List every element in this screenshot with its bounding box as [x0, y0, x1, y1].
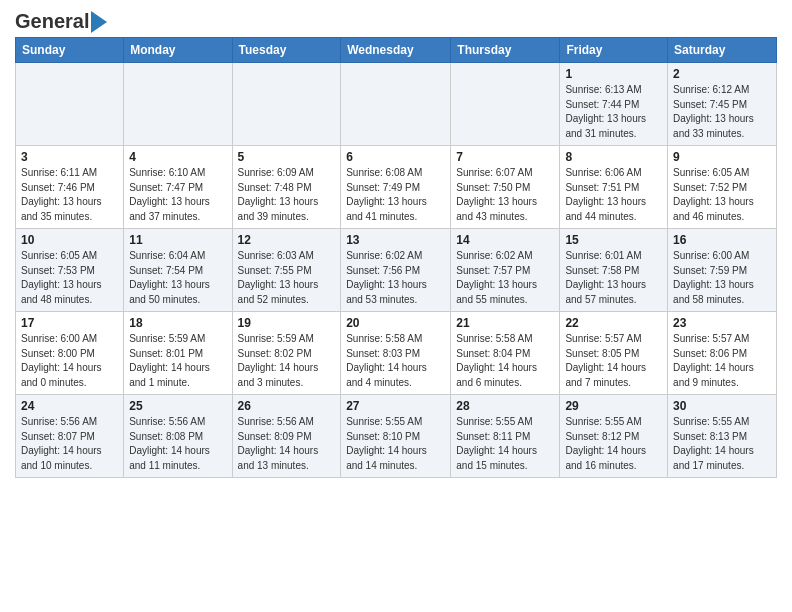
day-info: Sunrise: 6:00 AM Sunset: 8:00 PM Dayligh… [21, 332, 118, 390]
day-cell [124, 63, 232, 146]
day-cell: 3Sunrise: 6:11 AM Sunset: 7:46 PM Daylig… [16, 146, 124, 229]
day-info: Sunrise: 6:09 AM Sunset: 7:48 PM Dayligh… [238, 166, 336, 224]
day-number: 6 [346, 150, 445, 164]
day-info: Sunrise: 6:07 AM Sunset: 7:50 PM Dayligh… [456, 166, 554, 224]
day-number: 10 [21, 233, 118, 247]
day-number: 25 [129, 399, 226, 413]
day-info: Sunrise: 6:01 AM Sunset: 7:58 PM Dayligh… [565, 249, 662, 307]
logo-arrow-icon [91, 11, 107, 33]
day-cell: 19Sunrise: 5:59 AM Sunset: 8:02 PM Dayli… [232, 312, 341, 395]
day-cell: 14Sunrise: 6:02 AM Sunset: 7:57 PM Dayli… [451, 229, 560, 312]
day-info: Sunrise: 6:05 AM Sunset: 7:53 PM Dayligh… [21, 249, 118, 307]
week-row-5: 24Sunrise: 5:56 AM Sunset: 8:07 PM Dayli… [16, 395, 777, 478]
day-info: Sunrise: 5:55 AM Sunset: 8:12 PM Dayligh… [565, 415, 662, 473]
day-number: 30 [673, 399, 771, 413]
day-cell: 7Sunrise: 6:07 AM Sunset: 7:50 PM Daylig… [451, 146, 560, 229]
day-cell: 21Sunrise: 5:58 AM Sunset: 8:04 PM Dayli… [451, 312, 560, 395]
day-number: 11 [129, 233, 226, 247]
day-info: Sunrise: 6:12 AM Sunset: 7:45 PM Dayligh… [673, 83, 771, 141]
day-cell: 29Sunrise: 5:55 AM Sunset: 8:12 PM Dayli… [560, 395, 668, 478]
day-info: Sunrise: 6:13 AM Sunset: 7:44 PM Dayligh… [565, 83, 662, 141]
day-number: 16 [673, 233, 771, 247]
day-info: Sunrise: 5:56 AM Sunset: 8:09 PM Dayligh… [238, 415, 336, 473]
day-info: Sunrise: 5:57 AM Sunset: 8:06 PM Dayligh… [673, 332, 771, 390]
day-header-thursday: Thursday [451, 38, 560, 63]
day-cell: 9Sunrise: 6:05 AM Sunset: 7:52 PM Daylig… [668, 146, 777, 229]
day-number: 9 [673, 150, 771, 164]
day-number: 28 [456, 399, 554, 413]
header: General [15, 10, 777, 29]
day-info: Sunrise: 5:58 AM Sunset: 8:03 PM Dayligh… [346, 332, 445, 390]
day-cell [16, 63, 124, 146]
day-info: Sunrise: 5:55 AM Sunset: 8:13 PM Dayligh… [673, 415, 771, 473]
day-info: Sunrise: 6:11 AM Sunset: 7:46 PM Dayligh… [21, 166, 118, 224]
day-number: 24 [21, 399, 118, 413]
day-info: Sunrise: 5:57 AM Sunset: 8:05 PM Dayligh… [565, 332, 662, 390]
day-number: 21 [456, 316, 554, 330]
day-number: 18 [129, 316, 226, 330]
day-number: 2 [673, 67, 771, 81]
day-header-sunday: Sunday [16, 38, 124, 63]
day-info: Sunrise: 6:05 AM Sunset: 7:52 PM Dayligh… [673, 166, 771, 224]
day-cell: 5Sunrise: 6:09 AM Sunset: 7:48 PM Daylig… [232, 146, 341, 229]
day-cell: 2Sunrise: 6:12 AM Sunset: 7:45 PM Daylig… [668, 63, 777, 146]
day-header-friday: Friday [560, 38, 668, 63]
day-header-saturday: Saturday [668, 38, 777, 63]
day-number: 3 [21, 150, 118, 164]
logo: General [15, 10, 107, 29]
day-cell: 26Sunrise: 5:56 AM Sunset: 8:09 PM Dayli… [232, 395, 341, 478]
day-info: Sunrise: 6:04 AM Sunset: 7:54 PM Dayligh… [129, 249, 226, 307]
day-number: 8 [565, 150, 662, 164]
day-number: 23 [673, 316, 771, 330]
day-number: 27 [346, 399, 445, 413]
day-header-monday: Monday [124, 38, 232, 63]
day-info: Sunrise: 6:08 AM Sunset: 7:49 PM Dayligh… [346, 166, 445, 224]
day-number: 26 [238, 399, 336, 413]
day-cell [341, 63, 451, 146]
day-number: 14 [456, 233, 554, 247]
day-cell: 1Sunrise: 6:13 AM Sunset: 7:44 PM Daylig… [560, 63, 668, 146]
day-info: Sunrise: 5:59 AM Sunset: 8:01 PM Dayligh… [129, 332, 226, 390]
calendar-header-row: SundayMondayTuesdayWednesdayThursdayFrid… [16, 38, 777, 63]
day-cell [232, 63, 341, 146]
day-cell: 18Sunrise: 5:59 AM Sunset: 8:01 PM Dayli… [124, 312, 232, 395]
day-cell: 4Sunrise: 6:10 AM Sunset: 7:47 PM Daylig… [124, 146, 232, 229]
day-number: 19 [238, 316, 336, 330]
day-cell: 22Sunrise: 5:57 AM Sunset: 8:05 PM Dayli… [560, 312, 668, 395]
day-number: 5 [238, 150, 336, 164]
day-cell: 23Sunrise: 5:57 AM Sunset: 8:06 PM Dayli… [668, 312, 777, 395]
day-cell: 13Sunrise: 6:02 AM Sunset: 7:56 PM Dayli… [341, 229, 451, 312]
day-number: 4 [129, 150, 226, 164]
calendar-body: 1Sunrise: 6:13 AM Sunset: 7:44 PM Daylig… [16, 63, 777, 478]
day-number: 12 [238, 233, 336, 247]
day-info: Sunrise: 6:02 AM Sunset: 7:57 PM Dayligh… [456, 249, 554, 307]
week-row-4: 17Sunrise: 6:00 AM Sunset: 8:00 PM Dayli… [16, 312, 777, 395]
day-info: Sunrise: 6:06 AM Sunset: 7:51 PM Dayligh… [565, 166, 662, 224]
day-cell: 6Sunrise: 6:08 AM Sunset: 7:49 PM Daylig… [341, 146, 451, 229]
day-number: 7 [456, 150, 554, 164]
day-cell: 11Sunrise: 6:04 AM Sunset: 7:54 PM Dayli… [124, 229, 232, 312]
day-info: Sunrise: 5:58 AM Sunset: 8:04 PM Dayligh… [456, 332, 554, 390]
day-info: Sunrise: 5:56 AM Sunset: 8:07 PM Dayligh… [21, 415, 118, 473]
day-number: 15 [565, 233, 662, 247]
day-number: 17 [21, 316, 118, 330]
day-cell [451, 63, 560, 146]
day-info: Sunrise: 5:59 AM Sunset: 8:02 PM Dayligh… [238, 332, 336, 390]
calendar-page: General SundayMondayTuesdayWednesdayThur… [0, 0, 792, 493]
day-number: 29 [565, 399, 662, 413]
week-row-2: 3Sunrise: 6:11 AM Sunset: 7:46 PM Daylig… [16, 146, 777, 229]
day-number: 1 [565, 67, 662, 81]
day-cell: 24Sunrise: 5:56 AM Sunset: 8:07 PM Dayli… [16, 395, 124, 478]
day-info: Sunrise: 5:55 AM Sunset: 8:10 PM Dayligh… [346, 415, 445, 473]
day-cell: 15Sunrise: 6:01 AM Sunset: 7:58 PM Dayli… [560, 229, 668, 312]
day-info: Sunrise: 6:02 AM Sunset: 7:56 PM Dayligh… [346, 249, 445, 307]
day-cell: 20Sunrise: 5:58 AM Sunset: 8:03 PM Dayli… [341, 312, 451, 395]
day-info: Sunrise: 5:56 AM Sunset: 8:08 PM Dayligh… [129, 415, 226, 473]
day-number: 20 [346, 316, 445, 330]
day-info: Sunrise: 5:55 AM Sunset: 8:11 PM Dayligh… [456, 415, 554, 473]
day-cell: 27Sunrise: 5:55 AM Sunset: 8:10 PM Dayli… [341, 395, 451, 478]
day-header-tuesday: Tuesday [232, 38, 341, 63]
day-info: Sunrise: 6:03 AM Sunset: 7:55 PM Dayligh… [238, 249, 336, 307]
week-row-3: 10Sunrise: 6:05 AM Sunset: 7:53 PM Dayli… [16, 229, 777, 312]
day-cell: 12Sunrise: 6:03 AM Sunset: 7:55 PM Dayli… [232, 229, 341, 312]
